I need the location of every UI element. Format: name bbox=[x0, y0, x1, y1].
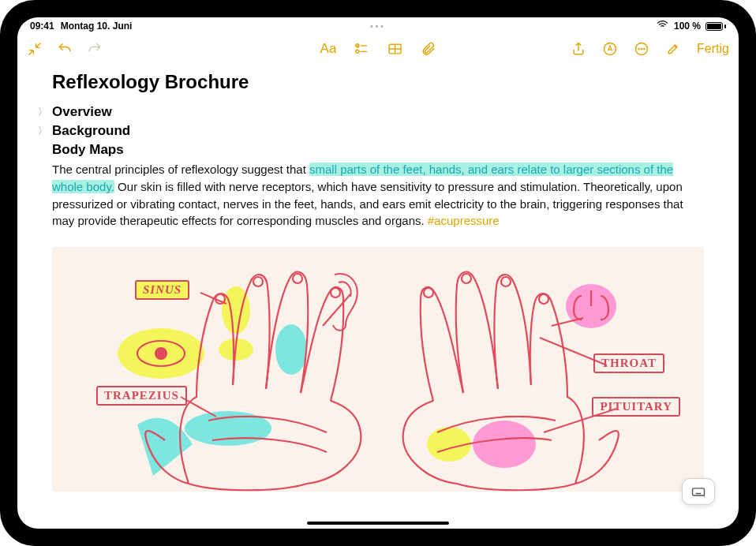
status-bar: 09:41 Montag 10. Juni ••• 100 % bbox=[17, 17, 739, 35]
note-editor[interactable]: Reflexology Brochure 〉 Overview 〉 Backgr… bbox=[17, 63, 739, 529]
done-button[interactable]: Fertig bbox=[697, 42, 729, 56]
svg-point-2 bbox=[355, 50, 358, 53]
multitask-dots[interactable]: ••• bbox=[370, 22, 386, 31]
sketch-attachment[interactable]: SINUS TRAPEZIUS THROAT PITUITARY bbox=[52, 247, 704, 492]
section-body-maps[interactable]: Body Maps bbox=[52, 142, 704, 158]
svg-point-10 bbox=[642, 48, 642, 49]
sketch-label-pituitary: PITUITARY bbox=[592, 397, 680, 417]
more-icon[interactable] bbox=[634, 41, 649, 57]
screen: 09:41 Montag 10. Juni ••• 100 % bbox=[17, 17, 739, 529]
format-text-icon[interactable]: Aa bbox=[320, 41, 337, 57]
svg-rect-36 bbox=[693, 488, 705, 496]
keyboard-shortcut-button[interactable] bbox=[682, 478, 715, 505]
svg-point-29 bbox=[424, 288, 433, 297]
ipad-frame: 09:41 Montag 10. Juni ••• 100 % bbox=[0, 0, 756, 546]
table-icon[interactable] bbox=[387, 41, 402, 57]
section-overview[interactable]: 〉 Overview bbox=[52, 104, 704, 120]
svg-point-28 bbox=[462, 274, 471, 283]
undo-icon[interactable] bbox=[57, 41, 73, 57]
wifi-icon bbox=[656, 18, 669, 34]
sketch-label-throat: THROAT bbox=[593, 353, 664, 373]
home-indicator[interactable] bbox=[307, 522, 449, 525]
note-paragraph[interactable]: The central principles of reflexology su… bbox=[52, 161, 704, 230]
svg-point-25 bbox=[155, 348, 167, 359]
section-label: Background bbox=[52, 123, 130, 139]
checklist-icon[interactable] bbox=[354, 41, 369, 57]
svg-point-23 bbox=[331, 288, 340, 297]
svg-point-18 bbox=[473, 421, 536, 468]
svg-point-15 bbox=[275, 324, 307, 375]
sketch-label-trapezius: TRAPEZIUS bbox=[96, 386, 187, 406]
status-date: Montag 10. Juni bbox=[61, 21, 133, 32]
svg-point-26 bbox=[539, 294, 548, 304]
svg-point-9 bbox=[638, 48, 639, 49]
status-time: 09:41 bbox=[30, 21, 54, 32]
sketch-label-sinus: SINUS bbox=[135, 280, 189, 300]
section-label: Body Maps bbox=[52, 142, 124, 158]
hashtag[interactable]: #acupressure bbox=[428, 214, 500, 227]
chevron-right-icon[interactable]: 〉 bbox=[38, 106, 47, 119]
redo-icon bbox=[87, 41, 103, 57]
svg-point-21 bbox=[253, 277, 263, 286]
collapse-fullscreen-icon[interactable] bbox=[27, 41, 43, 57]
toolbar: Aa bbox=[17, 35, 739, 63]
svg-point-27 bbox=[501, 277, 511, 286]
battery-percent: 100 % bbox=[674, 21, 701, 32]
body-text-post: Our skin is filled with nerve receptors,… bbox=[52, 180, 683, 228]
body-text-pre: The central principles of reflexology su… bbox=[52, 163, 309, 176]
markup-icon[interactable] bbox=[602, 41, 618, 57]
svg-point-22 bbox=[293, 274, 302, 283]
section-label: Overview bbox=[52, 104, 112, 120]
attachment-icon[interactable] bbox=[420, 41, 436, 57]
note-title[interactable]: Reflexology Brochure bbox=[52, 71, 704, 93]
battery-icon bbox=[705, 22, 726, 31]
svg-point-11 bbox=[644, 48, 645, 49]
share-icon[interactable] bbox=[571, 41, 586, 57]
compose-icon[interactable] bbox=[665, 41, 681, 57]
chevron-right-icon[interactable]: 〉 bbox=[38, 125, 47, 138]
section-background[interactable]: 〉 Background bbox=[52, 123, 704, 139]
